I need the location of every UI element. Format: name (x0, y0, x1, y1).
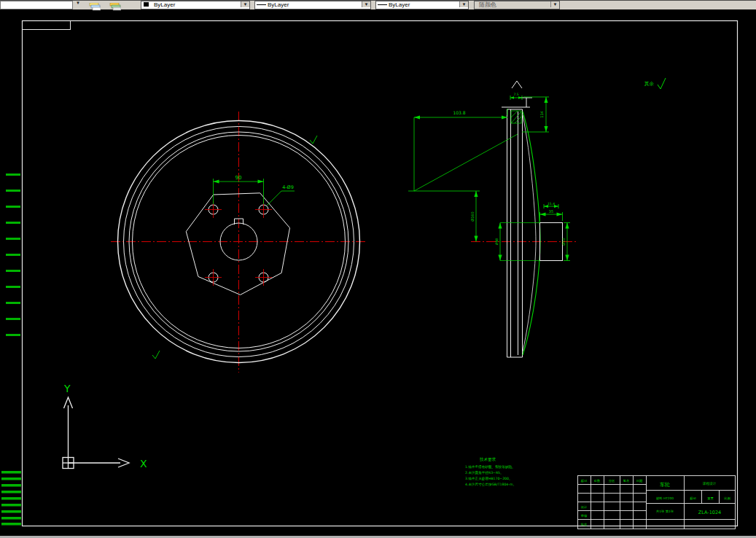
drawing-number: ZLA-1024 (698, 510, 721, 515)
part-name: 车轮 (660, 482, 670, 488)
tech-notes-title: 技术要求 (480, 457, 496, 462)
dim-text-rim-height: 114 (539, 111, 544, 118)
side-view: 103.8 114 Ø160 Ø98 Ø50 35 15.4 7.5 (408, 81, 577, 357)
dim-text-rim-step: 15.4 (547, 202, 555, 206)
drawing-canvas[interactable]: 90 4-Ø9 (0, 0, 756, 538)
linetype-control-combo[interactable]: ByLayer ▼ (254, 1, 371, 9)
chevron-down-icon[interactable]: ▼ (241, 1, 249, 7)
linetype-combo-value: ByLayer (268, 1, 289, 8)
rev-header-cell: 处数 (594, 479, 601, 483)
dim-text-hub-bore: Ø50 (561, 238, 566, 245)
layer-combo-cutoff[interactable] (0, 1, 73, 9)
linetype-sample (257, 4, 266, 5)
color-control-combo[interactable]: ByLayer ▼ (141, 1, 250, 9)
rev-header-cell: 签名 (623, 479, 630, 483)
rev-header-cell: 标记 (581, 479, 588, 483)
weight-cell: 重量 (707, 496, 714, 500)
dim-text-hub-length: 35 (549, 209, 553, 214)
tech-note-line: 3.铸件正火处理HB170~200。 (465, 476, 513, 481)
sign-row-label: 审核 (581, 514, 588, 518)
tech-note-line: 4.未注尺寸公差按GB/T1804-m。 (465, 483, 516, 486)
tech-note-line: 1.铸件不得有砂眼、裂纹等缺陷。 (465, 464, 515, 469)
tire-profile-curve (523, 112, 540, 355)
stage-cell: 标记 (690, 496, 696, 501)
color-swatch (144, 2, 149, 7)
dim-text-overall-width: 103.8 (453, 110, 465, 115)
ratio-cell: 比例 (724, 496, 730, 501)
chevron-down-icon[interactable]: ▼ (459, 1, 468, 7)
chevron-down-icon[interactable]: ▼ (76, 1, 80, 5)
ucs-y-label: Y (63, 383, 71, 394)
surface-finish-note: 其余 (644, 78, 666, 89)
finish-rest-label: 其余 (644, 81, 655, 87)
lineweight-combo-value: ByLayer (389, 1, 410, 8)
tech-notes: 技术要求 1.铸件不得有砂眼、裂纹等缺陷。 2.未注圆角半径R3~R5。 3.铸… (465, 457, 516, 486)
color-combo-value: ByLayer (154, 1, 175, 8)
roughness-mark-icon (310, 136, 317, 144)
sign-row-label: 设计 (581, 505, 588, 509)
rim-section-hatch (511, 111, 521, 123)
layout-tick-marks (1, 174, 21, 526)
roughness-mark-icon (658, 78, 666, 89)
plotstyle-control-combo[interactable]: 随颜色 ▼ (474, 1, 560, 9)
properties-toolbar: ▼ ByLayer ▼ ByLayer ▼ ByLayer ▼ 随颜色 ▼ (0, 0, 756, 9)
lineweight-control-combo[interactable]: ByLayer ▼ (375, 1, 469, 9)
plotstyle-combo-value: 随颜色 (479, 1, 496, 8)
rev-header-cell: 分区 (609, 479, 615, 483)
ucs-x-label: X (140, 458, 147, 469)
bolt-callout-text: 4-Ø9 (282, 184, 294, 190)
dim-text-lip: 7.5 (513, 93, 518, 96)
application-window: ▼ ByLayer ▼ ByLayer ▼ ByLayer ▼ 随颜色 ▼ (0, 0, 756, 538)
side-dim-lines (408, 95, 570, 261)
lineweight-sample (378, 4, 387, 5)
leader-bolt-callout (267, 191, 295, 206)
tech-note-line: 2.未注圆角半径R3~R5。 (465, 471, 504, 475)
ucs-icon (63, 397, 129, 469)
sheet-cell: 共1张 第1张 (656, 510, 674, 513)
web-outline (186, 193, 289, 295)
rev-header-cell: 日期 (636, 479, 643, 483)
layers-icon[interactable] (89, 1, 101, 9)
front-view: 90 4-Ø9 (111, 112, 367, 373)
sheet-frame (23, 21, 738, 526)
title-block: 标记 处数 分区 签名 日期 设计 审核 批准 车轮 课程设计 材料 HT200… (578, 476, 736, 529)
layer-properties-icon[interactable] (109, 1, 121, 9)
dim-text-bolt-spacing: 90 (235, 175, 242, 181)
dim-text-hub-boss: Ø98 (495, 238, 499, 245)
material-cell: 材料 HT200 (655, 496, 674, 501)
sign-row-label: 批准 (580, 523, 588, 526)
org-name: 课程设计 (703, 481, 717, 486)
roughness-mark-icon (152, 351, 160, 359)
chevron-down-icon[interactable]: ▼ (550, 1, 559, 7)
front-centerlines (111, 112, 367, 373)
chevron-down-icon[interactable]: ▼ (362, 1, 370, 7)
dim-text-web-dia: Ø160 (470, 211, 475, 221)
